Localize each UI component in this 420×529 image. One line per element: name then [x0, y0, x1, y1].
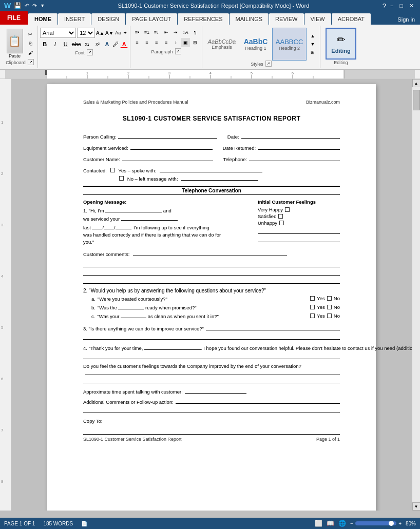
superscript-button[interactable]: x² — [93, 39, 102, 49]
scroll-track[interactable] — [412, 87, 420, 502]
quick-access-redo[interactable]: ↷ — [32, 3, 37, 9]
multilevel-button[interactable]: ≡↓ — [152, 28, 161, 37]
justify-button[interactable]: ≡ — [162, 38, 171, 47]
comments-field1[interactable] — [133, 250, 287, 256]
underline-button[interactable]: U — [61, 39, 70, 49]
bold-button[interactable]: B — [40, 39, 49, 49]
show-hide-button[interactable]: ¶ — [190, 28, 200, 37]
zoom-in-button[interactable]: + — [398, 521, 402, 526]
question-a-no-check[interactable] — [327, 296, 332, 301]
no-checkbox[interactable] — [119, 176, 124, 182]
tab-view[interactable]: VIEW — [304, 13, 331, 25]
yes-checkbox[interactable] — [110, 168, 115, 173]
font-name-select[interactable]: Arial — [40, 28, 76, 38]
yes-spoke-field[interactable] — [160, 166, 262, 172]
question3-field[interactable] — [206, 324, 340, 330]
sort-button[interactable]: ↕A — [181, 28, 190, 37]
vertical-scrollbar[interactable]: ▲ ▼ — [412, 79, 420, 511]
font-color-button[interactable]: A — [120, 40, 128, 48]
align-right-button[interactable]: ≡ — [152, 38, 161, 47]
very-happy-checkbox[interactable] — [285, 207, 290, 212]
date-m-field[interactable] — [92, 223, 102, 229]
tab-references[interactable]: REFERENCES — [178, 13, 228, 25]
service-field[interactable] — [121, 214, 178, 221]
text-highlight-button[interactable]: 🖊 — [112, 40, 120, 48]
styles-expand[interactable]: ↗ — [265, 61, 272, 67]
text-effect-button[interactable]: A — [103, 40, 111, 48]
style-emphasis[interactable]: AaBbCcDa Emphasis — [204, 28, 239, 61]
approx-time-field[interactable] — [185, 387, 246, 394]
tab-design[interactable]: DESIGN — [91, 13, 125, 25]
paragraph-expand[interactable]: ↗ — [175, 48, 181, 54]
question-c-yes-check[interactable] — [310, 314, 315, 318]
tab-acrobat[interactable]: ACROBAT — [332, 13, 371, 25]
help-icon[interactable]: ? — [383, 2, 386, 10]
scroll-down-button[interactable]: ▼ — [412, 502, 421, 511]
proofing-icon[interactable]: 📄 — [81, 521, 87, 526]
zoom-slider[interactable] — [355, 521, 396, 525]
sign-in-button[interactable]: Sign in — [392, 14, 420, 25]
q-c-blank[interactable] — [121, 312, 146, 318]
strikethrough-button[interactable]: abc — [71, 39, 82, 49]
increase-indent-button[interactable]: ⇥ — [171, 28, 180, 37]
customer-name-field[interactable] — [122, 155, 213, 161]
increase-font-button[interactable]: A▲ — [96, 29, 104, 37]
numbering-button[interactable]: ≡1 — [142, 28, 151, 37]
quick-access-undo[interactable]: ↶ — [25, 3, 29, 9]
styles-more[interactable]: ⊞ — [309, 48, 317, 56]
telephone-field[interactable] — [249, 155, 340, 161]
clear-format-button[interactable]: ✦ — [122, 29, 128, 37]
quick-access-save[interactable]: 💾 — [14, 2, 22, 9]
cut-button[interactable]: ✂ — [26, 30, 34, 38]
subscript-button[interactable]: x₂ — [83, 39, 92, 49]
date-field[interactable] — [241, 132, 340, 139]
shading-button[interactable]: ▣ — [181, 38, 190, 47]
font-size-select[interactable]: 12 — [77, 28, 95, 38]
styles-scroll-up[interactable]: ▲ — [309, 32, 317, 40]
tab-review[interactable]: REVIEW — [269, 13, 303, 25]
zoom-out-button[interactable]: − — [350, 521, 353, 526]
unhappy-checkbox[interactable] — [279, 221, 284, 225]
line-spacing-button[interactable]: ↕ — [171, 38, 180, 47]
question-b-yes-check[interactable] — [310, 305, 315, 309]
tab-home[interactable]: HOME — [28, 13, 58, 25]
zoom-control[interactable]: − + 80% — [350, 521, 416, 526]
style-heading1[interactable]: AaBbC Heading 1 — [240, 28, 271, 61]
italic-button[interactable]: I — [50, 39, 60, 49]
borders-button[interactable]: ⊞ — [190, 38, 200, 47]
font-expand[interactable]: ↗ — [87, 49, 93, 55]
additional-comments-field[interactable] — [176, 398, 340, 404]
styles-scroll-down[interactable]: ▼ — [309, 40, 317, 48]
feelings-question-field[interactable] — [85, 369, 340, 375]
copy-button[interactable]: ⎘ — [26, 40, 34, 48]
date-y-field[interactable] — [116, 223, 131, 229]
tab-insert[interactable]: INSERT — [58, 13, 91, 25]
style-heading2[interactable]: AABBCC Heading 2 — [272, 28, 307, 61]
print-layout-button[interactable]: ⬜ — [315, 520, 322, 527]
q4-name-field[interactable] — [144, 344, 201, 350]
tab-mailings[interactable]: MAILINGS — [230, 13, 269, 25]
scroll-up-button[interactable]: ▲ — [412, 79, 421, 87]
no-message-field[interactable] — [181, 174, 258, 181]
align-center-button[interactable]: ≡ — [142, 38, 151, 47]
date-d-field[interactable] — [104, 223, 114, 229]
format-painter-button[interactable]: 🖌 — [26, 49, 34, 57]
document-page[interactable]: Sales & Marketing Policies and Procedure… — [47, 84, 376, 511]
decrease-indent-button[interactable]: ⇤ — [162, 28, 171, 37]
q-b-blank[interactable] — [118, 303, 144, 309]
quick-access-customize[interactable]: ▼ — [40, 3, 45, 8]
person-calling-field[interactable] — [118, 132, 217, 139]
satisfied-checkbox[interactable] — [278, 214, 283, 219]
scroll-thumb[interactable] — [413, 90, 420, 110]
web-layout-button[interactable]: 🌐 — [338, 520, 346, 527]
minimize-button[interactable]: − — [388, 3, 395, 9]
tab-file[interactable]: FILE — [0, 11, 28, 25]
align-left-button[interactable]: ≡ — [132, 38, 142, 47]
paste-button[interactable]: 📋 Paste — [5, 29, 24, 58]
editing-button[interactable]: ✏ Editing — [326, 28, 356, 60]
question-c-no-check[interactable] — [327, 314, 332, 318]
tab-page-layout[interactable]: PAGE LAYOUT — [126, 13, 177, 25]
maximize-button[interactable]: □ — [397, 3, 405, 9]
bullets-button[interactable]: ≡• — [132, 28, 142, 37]
question-a-yes-check[interactable] — [310, 296, 315, 301]
